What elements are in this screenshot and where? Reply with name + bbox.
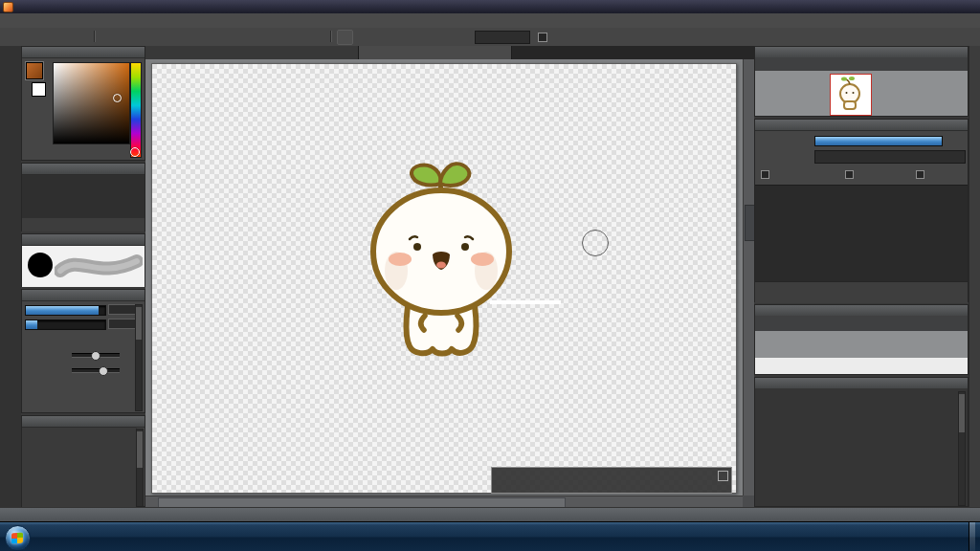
navigator-mini-art [831,75,869,113]
canvas-viewport[interactable] [145,59,743,496]
adjust-select[interactable] [475,31,530,44]
collapse-brush-size-icon[interactable] [969,379,980,388]
brush-list-panel [21,415,145,507]
palette-panel-title [22,164,145,175]
background-color-swatch[interactable] [32,82,46,97]
brush-size-slider[interactable] [25,305,106,316]
show-desktop-button[interactable] [969,522,975,551]
palette-toolbar [22,218,145,231]
app-icon [3,2,13,12]
color-picker-marker[interactable] [113,94,122,102]
lock-checkbox[interactable] [916,169,926,179]
brush-control-title [22,290,145,301]
tab-fnj-jpg[interactable] [145,46,359,59]
brush-list [22,428,137,507]
antialias-icon[interactable] [337,30,353,45]
system-tray [948,522,975,551]
toolbar [0,28,980,47]
navigator-panel [754,46,969,117]
navigator-toolbar [755,57,968,72]
color-panel-title [22,47,145,58]
update-notification [491,467,732,494]
layer-panel-title [755,120,968,131]
start-button[interactable] [5,525,31,551]
layer-panel [754,119,969,302]
reference-empty-area [755,358,968,374]
canvas-vertical-scrollbar[interactable] [743,59,754,496]
foreground-color-swatch[interactable] [26,62,43,79]
layer-opacity-slider[interactable] [814,136,943,146]
tab-fnj-mdp[interactable] [359,46,512,59]
clipping-checkbox[interactable] [845,169,856,179]
protect-alpha-checkbox[interactable] [761,169,771,179]
palette-panel-content [22,175,145,231]
windows-logo-icon [11,533,23,544]
brush-control-panel [21,289,145,413]
brush-list-title [22,416,145,428]
palette-panel [21,163,145,231]
artist-annotation [490,300,561,304]
layer-list [755,185,968,282]
brush-cursor [582,230,609,256]
brush-size-panel [754,377,969,507]
palette-swatch-area[interactable] [22,175,145,219]
collapse-reference-icon[interactable] [969,306,980,316]
tool-strip [0,46,22,507]
color-mix-slider[interactable] [72,353,120,358]
canvas-horizontal-scrollbar[interactable] [145,496,743,507]
layer-panel-content [755,131,968,303]
color-panel-content [22,58,145,161]
brush-list-content [22,428,145,507]
navigator-thumbnail[interactable] [830,74,872,116]
windows-taskbar [0,521,980,551]
brush-opacity-value[interactable] [108,319,137,329]
status-bar [0,507,980,521]
brush-size-scrollbar[interactable] [958,391,966,506]
color-panel [21,46,145,161]
canvas-region [145,46,754,507]
brush-size-value[interactable] [108,304,137,315]
ref-toolbar [755,316,968,332]
right-panel-column [754,46,969,507]
collapse-navigator-icon[interactable] [969,48,980,57]
document-tab-bar [145,46,754,59]
brush-stroke-preview [55,248,143,286]
color-load-slider[interactable] [72,368,120,373]
reference-view[interactable] [755,331,968,358]
scrollbar-corner [743,496,754,507]
brush-control-scrollbar[interactable] [135,304,143,411]
brush-size-content [755,388,968,506]
panel-collapse-rail [969,46,980,507]
blend-mode-select[interactable] [814,150,966,164]
notification-close-icon[interactable] [718,471,728,481]
collapse-layer-icon[interactable] [969,121,980,130]
soft-edge-checkbox[interactable] [538,33,547,42]
hue-marker[interactable] [130,147,140,157]
hue-slider[interactable] [130,62,142,158]
saturation-value-picker[interactable] [53,62,130,144]
brush-list-scrollbar[interactable] [136,429,144,507]
brush-control-content [22,301,145,413]
brush-preview-title [22,234,145,246]
reference-panel [754,304,969,375]
medibang-paint-window [0,0,980,551]
left-panel-column [21,46,145,507]
brush-tip-preview [28,253,53,277]
blend-mode-value [815,152,819,161]
main-area [0,46,980,507]
character-artwork [360,151,532,366]
brush-preview-content [22,246,145,287]
toolbar-separator [330,31,332,42]
layer-toolbar [755,281,968,303]
menu-bar [0,13,980,29]
navigator-content[interactable] [755,71,968,116]
brush-preview-panel [21,233,145,287]
toolbar-separator [94,31,96,42]
title-bar [0,0,980,14]
adjust-value [476,33,479,41]
brush-opacity-slider[interactable] [25,320,106,330]
